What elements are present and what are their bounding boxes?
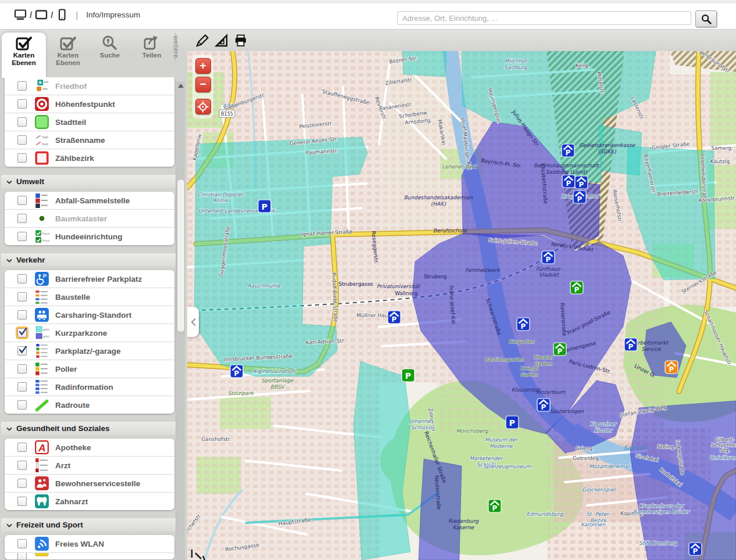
layer-row[interactable] <box>5 553 174 559</box>
layer-row[interactable]: Friedhof <box>5 77 174 95</box>
desktop-icon[interactable] <box>14 9 27 21</box>
parking-garage-icon[interactable]: P <box>575 176 588 189</box>
sidebar-collapse-handle[interactable] <box>187 307 199 337</box>
tab-teilen[interactable]: Teilen <box>133 33 171 77</box>
layer-row[interactable]: Radroute <box>5 396 174 414</box>
info-impressum-link[interactable]: Info/Impressum <box>86 10 140 19</box>
tab-karten-ebenen-2[interactable]: KartenEbenen <box>49 33 87 77</box>
parking-garage-icon[interactable]: P <box>562 175 575 188</box>
parking-garage-icon[interactable]: P <box>553 343 566 356</box>
parking-garage-icon[interactable]: P <box>573 191 586 203</box>
layer-checkbox[interactable] <box>17 479 27 488</box>
layer-label: Radroute <box>55 401 90 410</box>
layer-checkbox[interactable] <box>17 400 27 410</box>
parking-lot-icon[interactable]: P <box>506 416 519 429</box>
map-canvas[interactable]: B155 ARBOBozner Str.Zillertalstr.Reviers… <box>187 51 736 560</box>
parking-garage-icon[interactable]: P <box>665 361 678 374</box>
parking-garage-icon[interactable]: P <box>689 543 702 555</box>
zoom-in-button[interactable]: + <box>195 58 211 74</box>
layer-checkbox[interactable] <box>17 443 27 452</box>
parking-garage-icon[interactable]: P <box>488 500 501 512</box>
layer-row[interactable]: Radinformation <box>5 378 174 396</box>
layer-checkbox[interactable] <box>17 214 27 223</box>
layer-row[interactable]: AApotheke <box>5 439 174 457</box>
parking-garage-icon[interactable]: P <box>542 251 555 264</box>
hoehenfestpunkt-icon <box>34 96 49 112</box>
svg-text:Stab: Stab <box>42 142 48 146</box>
layer-row[interactable]: Zählbezirk <box>5 149 174 167</box>
layer-label: Baumkataster <box>55 214 107 223</box>
layer-row[interactable]: Bewohnerservicestelle <box>5 475 174 493</box>
measure-distance-icon[interactable] <box>195 34 209 48</box>
layer-checkbox[interactable] <box>17 292 27 301</box>
layer-label: Zahnarzt <box>55 497 88 506</box>
layer-row[interactable]: Stadtteil <box>5 113 174 131</box>
layer-row[interactable]: Baustelle <box>5 288 174 306</box>
tab-suche[interactable]: Suche <box>91 33 129 77</box>
section-header[interactable]: Umwelt <box>1 175 180 188</box>
layer-row[interactable]: StabStabStraßenname <box>5 131 174 149</box>
layer-row[interactable]: Carsharing-Standort <box>5 306 174 324</box>
layer-checkbox[interactable] <box>17 81 27 91</box>
parking-garage-icon[interactable]: P <box>388 311 401 324</box>
layer-checkbox[interactable] <box>17 553 27 559</box>
layer-checkbox[interactable] <box>17 310 27 320</box>
map-viewport[interactable]: B155 ARBOBozner Str.Zillertalstr.Reviers… <box>187 51 736 560</box>
scrollbar-up-arrow-icon[interactable] <box>178 84 184 88</box>
layer-checkbox[interactable] <box>17 135 27 145</box>
layer-row[interactable]: Zahnarzt <box>5 493 174 510</box>
tab-karten-ebenen-1[interactable]: KartenEbenen <box>2 33 46 78</box>
tablet-icon[interactable] <box>35 9 48 21</box>
layer-row[interactable]: Baumkataster <box>5 210 174 228</box>
layer-checkbox[interactable] <box>17 232 27 241</box>
layer-row[interactable]: PBarrierefreier Parkplatz <box>5 270 174 288</box>
section-header[interactable]: Gesundheit und Soziales <box>1 422 180 435</box>
parking-garage-icon[interactable]: P <box>562 144 574 157</box>
layer-checkbox-checked[interactable] <box>17 346 27 356</box>
parking-garage-icon[interactable]: P <box>230 365 243 378</box>
layer-row[interactable]: Arzt <box>5 457 174 475</box>
layer-checkbox[interactable] <box>17 99 27 109</box>
layer-checkbox[interactable] <box>17 497 27 506</box>
layer-row[interactable]: Poller <box>5 360 174 378</box>
layer-row[interactable]: Abfall-Sammelstelle <box>5 192 174 210</box>
search-input[interactable] <box>397 11 691 25</box>
parking-lot-icon[interactable]: P <box>402 369 415 382</box>
phone-icon[interactable] <box>56 9 67 21</box>
parking-garage-icon[interactable]: P <box>624 338 637 351</box>
section-header[interactable]: Verkehr <box>1 253 180 267</box>
parking-garage-icon[interactable]: P <box>537 399 550 411</box>
layer-checkbox[interactable] <box>17 539 27 548</box>
section-title: Freizeit und Sport <box>16 520 83 529</box>
layer-checkbox[interactable] <box>17 117 27 127</box>
svg-text:Hund: Hund <box>42 232 49 235</box>
parking-lot-icon[interactable]: P <box>258 200 271 213</box>
zoom-out-button[interactable]: − <box>195 77 211 92</box>
search-button[interactable] <box>695 10 717 27</box>
print-icon[interactable] <box>234 34 248 48</box>
layer-checkbox[interactable] <box>17 382 27 392</box>
layer-label: Friedhof <box>55 82 87 91</box>
section-header[interactable]: Freizeit und Sport <box>1 518 180 532</box>
layer-checkbox[interactable] <box>17 461 27 470</box>
layer-checkbox[interactable] <box>17 274 27 283</box>
layer-checkbox[interactable] <box>17 364 27 374</box>
layer-row[interactable]: Freies WLAN <box>5 535 174 553</box>
layer-checkbox-checked[interactable] <box>17 328 27 338</box>
sidebar-scrollbar[interactable] <box>176 81 185 560</box>
layer-checkbox[interactable] <box>17 196 27 205</box>
layer-checkbox[interactable] <box>17 153 27 163</box>
more-tabs-label[interactable]: -weitere- <box>173 33 180 78</box>
locate-button[interactable] <box>195 99 211 114</box>
parking-garage-icon[interactable]: P <box>570 281 583 294</box>
layer-row[interactable]: Parkplatz/-garage <box>5 342 174 360</box>
parking-garage-icon[interactable]: P <box>517 318 530 331</box>
svg-text:gebü: gebü <box>43 335 49 338</box>
radroute-icon <box>34 397 49 412</box>
scrollbar-thumb[interactable] <box>177 179 185 332</box>
layer-row[interactable]: HundHundHundeeinrichtung <box>5 228 174 245</box>
measure-area-icon[interactable] <box>215 34 228 48</box>
layer-row[interactable]: gebügebüKurzparkzone <box>5 324 174 342</box>
layer-row[interactable]: Höhenfestpunkt <box>5 95 174 113</box>
kurzparkzone-icon: gebügebü <box>34 325 49 340</box>
